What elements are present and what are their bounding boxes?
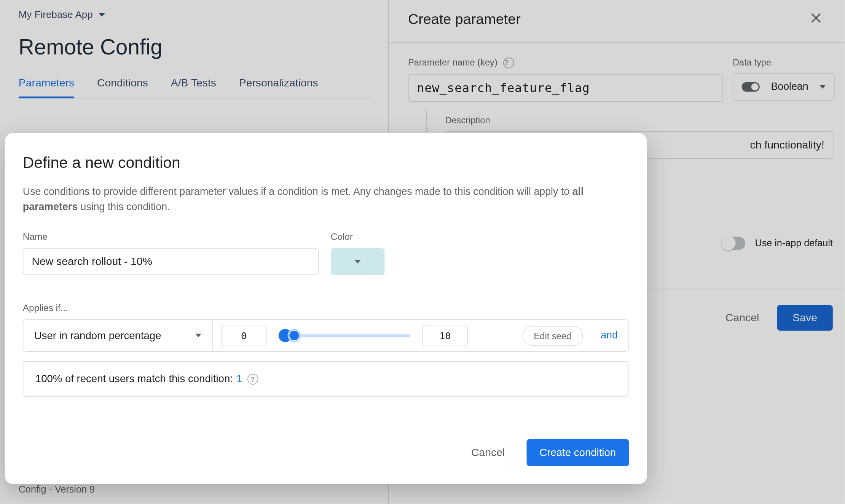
help-icon[interactable]: ? <box>247 373 258 384</box>
match-summary: 100% of recent users match this conditio… <box>23 361 629 397</box>
percentage-slider[interactable] <box>279 325 410 346</box>
condition-color-label: Color <box>331 231 385 242</box>
condition-type-select[interactable]: User in random percentage <box>23 320 212 351</box>
dialog-description: Use conditions to provide different para… <box>23 184 610 214</box>
chevron-down-icon <box>355 260 361 263</box>
condition-name-label: Name <box>23 231 319 242</box>
condition-builder-row: User in random percentage Edit seed and <box>23 319 629 352</box>
chevron-down-icon <box>195 334 201 337</box>
add-and-clause-button[interactable]: and <box>601 330 618 341</box>
range-low-input[interactable] <box>221 325 267 346</box>
dialog-cancel-button[interactable]: Cancel <box>471 447 505 459</box>
range-high-input[interactable] <box>422 325 468 346</box>
match-count: 1 <box>236 373 242 385</box>
applies-if-label: Applies if... <box>23 303 629 313</box>
condition-name-input[interactable] <box>23 248 319 275</box>
slider-thumb-high[interactable] <box>288 329 301 342</box>
dialog-title: Define a new condition <box>23 153 629 172</box>
condition-color-picker[interactable] <box>331 248 385 275</box>
define-condition-dialog: Define a new condition Use conditions to… <box>5 133 647 484</box>
create-condition-button[interactable]: Create condition <box>526 439 629 466</box>
edit-seed-button[interactable]: Edit seed <box>523 325 583 345</box>
